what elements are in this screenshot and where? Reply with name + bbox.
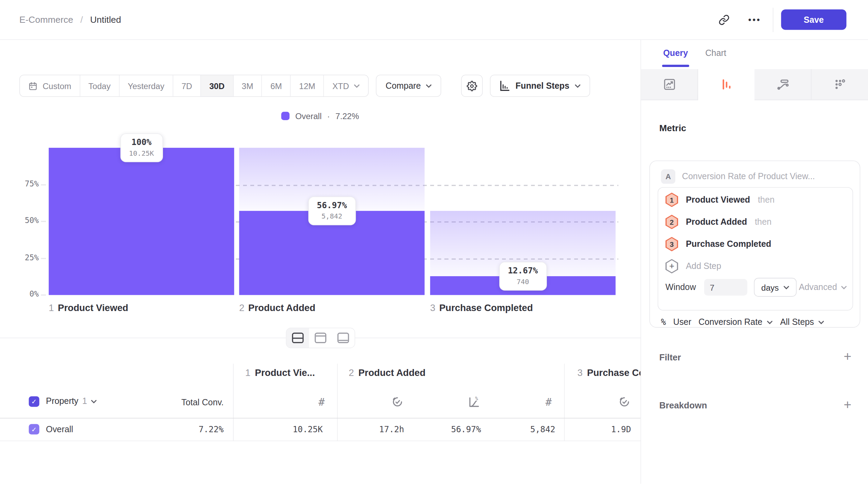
count-metric-icon[interactable]: #	[315, 395, 329, 409]
select-all-checkbox[interactable]: ✓	[29, 396, 39, 407]
column-divider	[337, 364, 338, 441]
step-event-name: Purchase Completed	[686, 239, 771, 249]
y-tick-mark	[41, 258, 46, 259]
window-unit-label: days	[761, 282, 779, 292]
insights-icon	[662, 77, 676, 91]
y-tick-75: 75%	[15, 179, 39, 188]
column-group-step-1[interactable]: 1Product Vie...	[245, 368, 315, 379]
funnel-bar-step-3[interactable]: 12.67% 740	[430, 148, 616, 295]
tab-chart[interactable]: Chart	[705, 48, 726, 58]
range-custom[interactable]: Custom	[20, 75, 80, 96]
breadcrumb-title[interactable]: Untitled	[90, 14, 121, 25]
chevron-down-icon	[575, 84, 581, 88]
metric-letter-badge: A	[661, 170, 675, 184]
y-tick-mark	[41, 184, 46, 185]
toggle-table-only[interactable]	[331, 328, 354, 348]
row-checkbox[interactable]: ✓	[29, 424, 39, 434]
step-number: 2	[239, 303, 244, 313]
query-panel: Query Chart	[640, 40, 868, 484]
chevron-down-icon	[767, 320, 773, 324]
add-filter-button[interactable]: +	[843, 350, 851, 363]
row-name: Overall	[46, 425, 73, 435]
table-row-divider	[0, 441, 640, 441]
range-7d[interactable]: 7D	[173, 75, 201, 96]
time-to-convert-icon[interactable]	[390, 395, 405, 409]
y-tick-50: 50%	[15, 216, 39, 225]
measurement-scope-select[interactable]: All Steps	[780, 317, 824, 327]
tab-query[interactable]: Query	[663, 48, 688, 58]
legend-swatch	[281, 112, 290, 120]
step-number: 3	[430, 303, 435, 313]
range-yesterday[interactable]: Yesterday	[119, 75, 173, 96]
column-group-step-2[interactable]: 2Product Added	[349, 368, 425, 379]
report-type-retention[interactable]	[811, 69, 868, 100]
report-type-flows[interactable]	[754, 69, 811, 100]
conversion-count: 10.25K	[129, 149, 154, 157]
measurement-metric-label: Conversion Rate	[698, 317, 762, 327]
window-unit-select[interactable]: days	[754, 278, 797, 297]
x-label-step-1: 1Product Viewed	[49, 303, 128, 314]
advanced-toggle[interactable]: Advanced	[799, 282, 847, 292]
conversion-rate-icon[interactable]: %	[467, 395, 481, 409]
range-xtd[interactable]: XTD	[324, 75, 368, 96]
window-value-input[interactable]	[704, 279, 748, 296]
window-label: Window	[665, 282, 696, 292]
chart-type-button[interactable]: Funnel Steps	[490, 75, 590, 97]
app: E-Commerce / Untitled ••• Save	[0, 0, 868, 484]
total-conv-header[interactable]: Total Conv.	[181, 397, 223, 407]
table-header-divider	[0, 418, 640, 419]
col-step-number: 3	[577, 368, 582, 378]
compare-label: Compare	[386, 81, 421, 91]
conversion-window-row: Window days Advanced	[665, 276, 847, 298]
funnel-bar-fill	[49, 148, 234, 295]
measurement-metric-select[interactable]: Conversion Rate	[698, 317, 773, 327]
funnel-bar-step-2[interactable]: 56.97% 5,842	[239, 148, 425, 295]
y-tick-0: 0%	[15, 290, 39, 299]
report-type-funnel-active[interactable]	[698, 69, 755, 100]
breadcrumb-parent[interactable]: E-Commerce	[19, 14, 73, 25]
chart-settings-button[interactable]	[461, 75, 483, 97]
chevron-down-icon	[783, 285, 789, 289]
property-selector[interactable]: Property 1	[46, 396, 97, 406]
range-30d-selected[interactable]: 30D	[201, 75, 233, 96]
step-row-2[interactable]: 2 Product Added then	[665, 211, 847, 233]
share-link-icon[interactable]	[714, 10, 733, 29]
cell-step2-time: 17.2h	[379, 425, 404, 435]
save-button[interactable]: Save	[781, 9, 846, 30]
range-12m[interactable]: 12M	[291, 75, 324, 96]
time-to-convert-icon[interactable]	[617, 395, 632, 409]
column-group-step-3[interactable]: 3Purchase Completed	[577, 368, 640, 379]
toggle-chart-only[interactable]	[309, 328, 332, 348]
step-3-badge: 3	[665, 237, 678, 251]
compare-button[interactable]: Compare	[376, 75, 441, 97]
report-type-insights[interactable]	[641, 69, 698, 100]
step-row-3[interactable]: 3 Purchase Completed	[665, 233, 847, 255]
metric-title[interactable]: Conversion Rate of Product View...	[682, 172, 815, 182]
property-label: Property	[46, 396, 78, 406]
count-metric-icon[interactable]: #	[541, 395, 556, 409]
funnel-label-step-3: 12.67% 740	[499, 262, 547, 291]
cell-step3-time: 1.9D	[611, 425, 631, 435]
range-6m[interactable]: 6M	[262, 75, 291, 96]
add-breakdown-button[interactable]: +	[843, 398, 851, 411]
legend-series-name: Overall	[295, 111, 321, 120]
chart-legend[interactable]: Overall · 7.22%	[0, 111, 640, 120]
add-step-row[interactable]: + Add Step	[665, 255, 847, 277]
range-today[interactable]: Today	[80, 75, 119, 96]
step-number: 1	[49, 303, 54, 313]
conversion-pct: 12.67%	[508, 266, 538, 276]
step-row-1[interactable]: 1 Product Viewed then	[665, 189, 847, 211]
y-tick-25: 25%	[15, 253, 39, 262]
step-event-name: Product Added	[686, 217, 747, 227]
table-only-icon	[337, 333, 349, 343]
step-name: Product Added	[248, 303, 315, 313]
more-menu-button[interactable]: •••	[748, 15, 761, 24]
top-bar: E-Commerce / Untitled ••• Save	[0, 0, 868, 40]
metric-section-title: Metric	[659, 123, 686, 133]
measurement-entity[interactable]: User	[673, 317, 691, 327]
funnel-bar-step-1[interactable]: 100% 10.25K	[49, 148, 234, 295]
column-divider	[564, 364, 565, 441]
range-3m[interactable]: 3M	[233, 75, 262, 96]
toggle-split-view[interactable]	[286, 328, 309, 348]
step-connector: then	[758, 195, 774, 205]
